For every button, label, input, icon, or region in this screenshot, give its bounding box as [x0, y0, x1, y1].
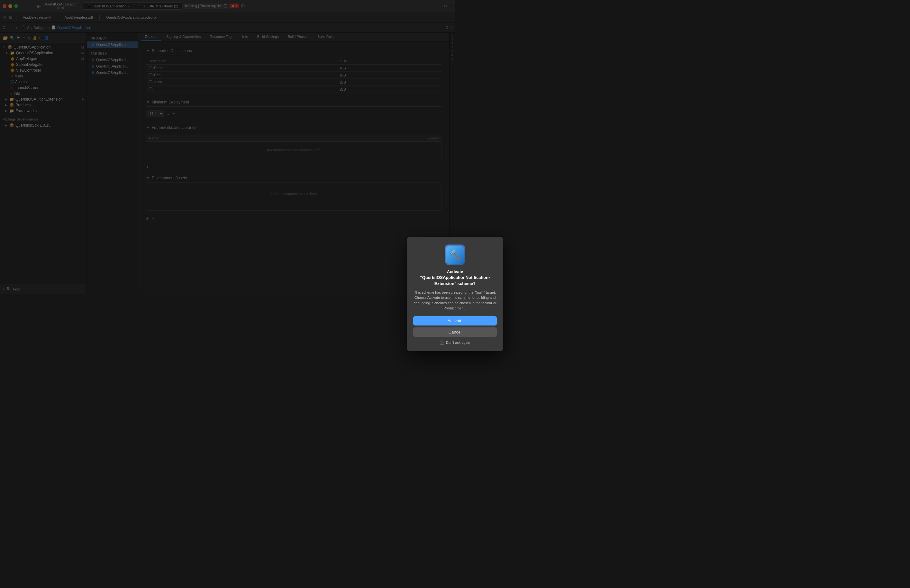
xcode-icon-svg: 🔨 — [446, 246, 455, 264]
modal-dialog: 🔨 Activate "QuertsIOSApplicationNotifica… — [407, 237, 455, 294]
modal-app-icon: 🔨 — [445, 244, 455, 265]
modal-body: This scheme has been created for the "(n… — [413, 290, 455, 294]
modal-overlay: 🔨 Activate "QuertsIOSApplicationNotifica… — [0, 0, 455, 294]
svg-text:🔨: 🔨 — [450, 250, 455, 260]
modal-title: Activate "QuertsIOSApplicationNotificati… — [413, 269, 455, 287]
